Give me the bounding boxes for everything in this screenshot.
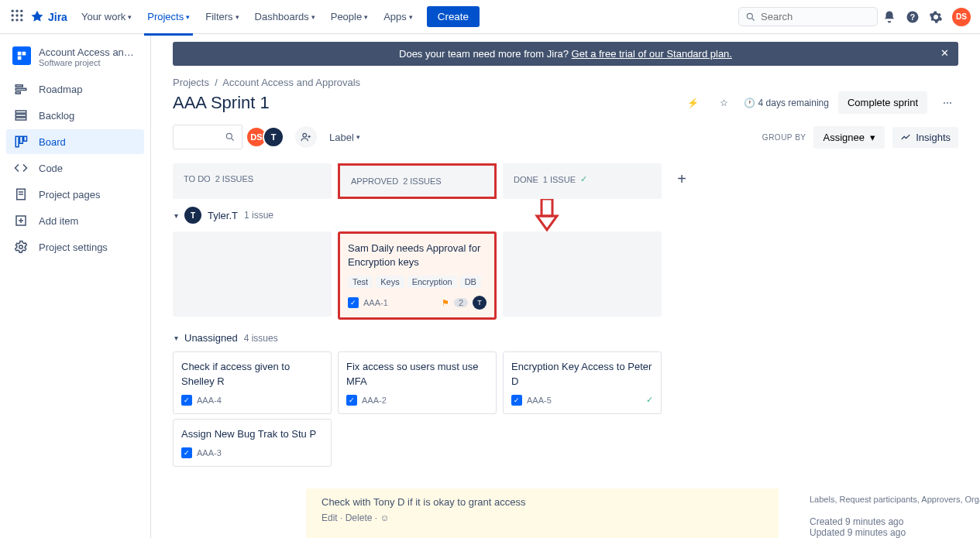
- sidebar-project-settings[interactable]: Project settings: [6, 235, 144, 259]
- created-date: Created 9 minutes ago: [810, 516, 906, 527]
- global-search[interactable]: [738, 7, 878, 26]
- swimlane-count: 1 issue: [244, 210, 273, 221]
- settings-icon[interactable]: [924, 5, 947, 29]
- groupby-dropdown[interactable]: Assignee ▾: [813, 126, 885, 149]
- assignee-avatars[interactable]: DS T: [250, 126, 284, 148]
- search-input[interactable]: [761, 11, 869, 22]
- sidebar-add-item[interactable]: Add item: [6, 208, 144, 233]
- flag-icon: ⚑: [442, 298, 449, 308]
- svg-rect-16: [15, 85, 22, 87]
- svg-marker-38: [537, 216, 557, 230]
- svg-point-3: [12, 14, 14, 16]
- comment-delete[interactable]: Delete: [346, 512, 373, 523]
- nav-filters[interactable]: Filters▾: [199, 6, 245, 27]
- details-fields-summary: Labels, Request participants, Approvers,…: [810, 495, 980, 504]
- nav-projects[interactable]: Projects▾: [141, 6, 196, 27]
- svg-rect-22: [15, 136, 19, 147]
- help-icon[interactable]: ?: [901, 5, 924, 29]
- comment-edit[interactable]: Edit: [322, 512, 338, 523]
- svg-point-2: [20, 10, 22, 12]
- swimlane-name: Tyler.T: [208, 210, 238, 221]
- col-todo-header[interactable]: TO DO 2 ISSUES: [173, 163, 332, 194]
- done-check-icon: ✓: [646, 395, 653, 405]
- swimlane-unassigned[interactable]: ▾ Unassigned 4 issues: [173, 324, 958, 351]
- notifications-icon[interactable]: [878, 5, 901, 29]
- card-aaa-2[interactable]: Fix access so users must use MFA ✓AAA-2: [338, 351, 497, 413]
- col-done-header[interactable]: DONE 1 ISSUE ✓: [503, 163, 662, 195]
- card-aaa-1[interactable]: Sam Daily needs Approval for Encryption …: [338, 231, 497, 320]
- nav-your-work[interactable]: Your work▾: [75, 6, 138, 27]
- svg-point-4: [15, 14, 18, 16]
- updated-date: Updated 9 minutes ago: [810, 527, 906, 538]
- page-title: AAA Sprint 1: [173, 93, 270, 113]
- comment-block: Check with Tony D if it is okay to grant…: [306, 488, 779, 538]
- svg-rect-18: [15, 92, 20, 94]
- nav-people[interactable]: People▾: [325, 6, 374, 27]
- crumb-project[interactable]: Account Access and Approvals: [222, 77, 360, 88]
- sidebar-roadmap[interactable]: Roadmap: [6, 77, 144, 101]
- sidebar-code[interactable]: Code: [6, 156, 144, 180]
- svg-point-8: [20, 19, 22, 21]
- svg-point-31: [19, 245, 23, 249]
- svg-point-32: [226, 133, 232, 139]
- create-button[interactable]: Create: [427, 6, 480, 27]
- avatar-t[interactable]: T: [263, 126, 284, 148]
- svg-rect-37: [542, 199, 552, 216]
- task-icon: ✓: [346, 395, 357, 406]
- star-icon[interactable]: ☆: [713, 92, 734, 114]
- sidebar-backlog[interactable]: Backlog: [6, 103, 144, 128]
- card-title: Sam Daily needs Approval for Encryption …: [348, 242, 487, 269]
- project-header[interactable]: Account Access and Ap... Software projec…: [6, 43, 144, 77]
- project-icon: [12, 46, 31, 65]
- svg-point-7: [15, 19, 18, 21]
- task-icon: ✓: [181, 447, 192, 458]
- chevron-down-icon: ▾: [174, 334, 178, 342]
- col-approved-header[interactable]: APPROVED 2 ISSUES: [338, 163, 497, 199]
- close-icon[interactable]: ✕: [940, 47, 949, 59]
- card-aaa-4[interactable]: Check if access given to Shelley R ✓AAA-…: [173, 351, 332, 413]
- project-name: Account Access and Ap...: [39, 46, 139, 58]
- svg-rect-15: [18, 57, 22, 60]
- svg-point-34: [303, 133, 307, 137]
- time-remaining: 🕐 4 days remaining: [744, 98, 829, 108]
- comment-count-badge: 2: [454, 298, 468, 307]
- sidebar-project-pages[interactable]: Project pages: [6, 182, 144, 207]
- banner-link[interactable]: Get a free trial of our Standard plan.: [572, 48, 732, 60]
- label-filter[interactable]: Label ▾: [325, 129, 365, 146]
- svg-rect-17: [15, 88, 26, 90]
- svg-point-1: [15, 10, 18, 12]
- task-icon: ✓: [511, 395, 522, 406]
- more-icon[interactable]: ⋯: [937, 92, 958, 114]
- jira-logo[interactable]: Jira: [29, 9, 67, 25]
- app-switcher-icon[interactable]: [9, 8, 25, 26]
- nav-items: Your work▾ Projects▾ Filters▾ Dashboards…: [75, 6, 419, 27]
- annotation-arrow-icon: [531, 199, 565, 233]
- crumb-projects[interactable]: Projects: [173, 77, 209, 88]
- issue-key: AAA-1: [363, 298, 388, 307]
- profile-avatar[interactable]: DS: [952, 8, 971, 26]
- board-search[interactable]: [173, 125, 242, 149]
- add-people-icon[interactable]: [295, 126, 317, 148]
- svg-rect-23: [20, 136, 23, 143]
- swimlane-name: Unassigned: [184, 332, 238, 344]
- nav-apps[interactable]: Apps▾: [377, 6, 419, 27]
- svg-rect-14: [22, 52, 26, 56]
- emoji-icon[interactable]: ☺: [380, 512, 389, 523]
- groupby-label: GROUP BY: [762, 133, 806, 142]
- add-column-button[interactable]: +: [668, 163, 696, 194]
- svg-point-5: [20, 14, 22, 16]
- automation-icon[interactable]: ⚡: [682, 92, 703, 114]
- sidebar-board[interactable]: Board: [6, 129, 144, 154]
- swimlane-tyler[interactable]: ▾ T Tyler.T 1 issue: [173, 199, 958, 231]
- top-nav: Jira Your work▾ Projects▾ Filters▾ Dashb…: [0, 0, 980, 34]
- details-footer: Check with Tony D if it is okay to grant…: [306, 488, 958, 538]
- svg-point-9: [747, 13, 752, 19]
- card-aaa-3[interactable]: Assign New Bug Trak to Stu P ✓AAA-3: [173, 419, 332, 467]
- complete-sprint-button[interactable]: Complete sprint: [838, 91, 927, 114]
- task-icon: ✓: [348, 297, 359, 308]
- upgrade-banner: Does your team need more from Jira? Get …: [173, 42, 958, 66]
- nav-dashboards[interactable]: Dashboards▾: [249, 6, 322, 27]
- card-aaa-5[interactable]: Encryption Key Access to Peter D ✓AAA-5✓: [503, 351, 662, 413]
- insights-button[interactable]: Insights: [892, 127, 958, 148]
- svg-rect-20: [15, 115, 26, 117]
